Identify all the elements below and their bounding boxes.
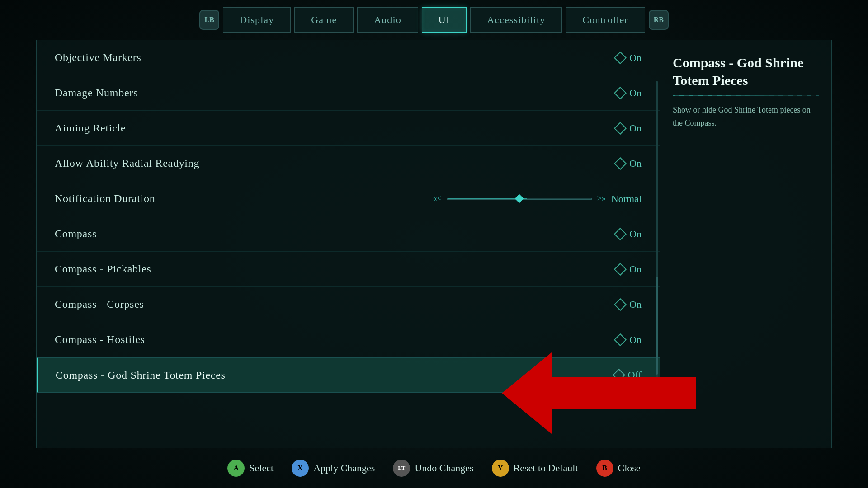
x-button-icon: X bbox=[292, 460, 309, 477]
setting-compass-hostiles[interactable]: Compass - Hostiles On bbox=[37, 322, 660, 357]
lt-button-icon: LT bbox=[393, 460, 410, 477]
setting-damage-numbers[interactable]: Damage Numbers On bbox=[37, 75, 660, 111]
setting-compass-god-shrine[interactable]: Compass - God Shrine Totem Pieces Off bbox=[37, 357, 660, 393]
scrollbar[interactable] bbox=[656, 81, 658, 407]
slider-left-arrow[interactable]: «< bbox=[433, 194, 441, 203]
select-label: Select bbox=[249, 462, 274, 474]
b-button-icon: B bbox=[596, 460, 613, 477]
button-apply-changes[interactable]: X Apply Changes bbox=[292, 460, 375, 477]
button-select[interactable]: A Select bbox=[227, 460, 274, 477]
setting-allow-ability[interactable]: Allow Ability Radial Readying On bbox=[37, 146, 660, 181]
tab-game[interactable]: Game bbox=[294, 7, 354, 33]
tab-controller[interactable]: Controller bbox=[566, 7, 645, 33]
diamond-icon bbox=[614, 333, 627, 346]
slider-right-arrow[interactable]: >» bbox=[597, 194, 606, 203]
tab-audio[interactable]: Audio bbox=[357, 7, 418, 33]
setting-aiming-reticle[interactable]: Aiming Reticle On bbox=[37, 111, 660, 146]
setting-compass-corpses[interactable]: Compass - Corpses On bbox=[37, 287, 660, 322]
bottom-bar: A Select X Apply Changes LT Undo Changes… bbox=[0, 448, 868, 488]
diamond-icon bbox=[614, 51, 627, 64]
diamond-icon bbox=[614, 122, 627, 134]
slider-thumb[interactable] bbox=[515, 194, 524, 203]
tab-display[interactable]: Display bbox=[223, 7, 291, 33]
button-reset-default[interactable]: Y Reset to Default bbox=[492, 460, 578, 477]
main-content: Objective Markers On Damage Numbers On A… bbox=[36, 40, 832, 448]
nav-bar: LB Display Game Audio UI Accessibility C… bbox=[0, 0, 868, 40]
a-button-icon: A bbox=[227, 460, 245, 477]
undo-changes-label: Undo Changes bbox=[415, 462, 473, 474]
left-bumper[interactable]: LB bbox=[199, 10, 219, 30]
diamond-icon bbox=[614, 263, 627, 275]
reset-to-default-label: Reset to Default bbox=[514, 462, 578, 474]
tab-ui[interactable]: UI bbox=[422, 7, 467, 33]
setting-compass-pickables[interactable]: Compass - Pickables On bbox=[37, 252, 660, 287]
setting-objective-markers[interactable]: Objective Markers On bbox=[37, 40, 660, 75]
setting-notification-duration[interactable]: Notification Duration «< >» Normal bbox=[37, 181, 660, 216]
info-title: Compass - God Shrine Totem Pieces bbox=[673, 54, 819, 89]
settings-list: Objective Markers On Damage Numbers On A… bbox=[36, 40, 660, 448]
slider-track[interactable] bbox=[447, 198, 592, 200]
diamond-icon bbox=[614, 86, 627, 99]
scroll-thumb bbox=[656, 277, 658, 374]
right-bumper[interactable]: RB bbox=[649, 10, 669, 30]
diamond-icon bbox=[613, 369, 625, 381]
diamond-icon bbox=[614, 157, 627, 169]
button-undo-changes[interactable]: LT Undo Changes bbox=[393, 460, 473, 477]
diamond-icon bbox=[614, 298, 627, 310]
tab-accessibility[interactable]: Accessibility bbox=[470, 7, 562, 33]
diamond-icon bbox=[614, 227, 627, 240]
setting-compass[interactable]: Compass On bbox=[37, 216, 660, 252]
button-close[interactable]: B Close bbox=[596, 460, 641, 477]
slider-fill bbox=[448, 198, 527, 199]
info-divider bbox=[673, 95, 819, 96]
close-label: Close bbox=[618, 462, 641, 474]
info-panel: Compass - God Shrine Totem Pieces Show o… bbox=[660, 40, 832, 448]
info-description: Show or hide God Shrine Totem pieces on … bbox=[673, 103, 819, 130]
y-button-icon: Y bbox=[492, 460, 509, 477]
apply-changes-label: Apply Changes bbox=[313, 462, 375, 474]
